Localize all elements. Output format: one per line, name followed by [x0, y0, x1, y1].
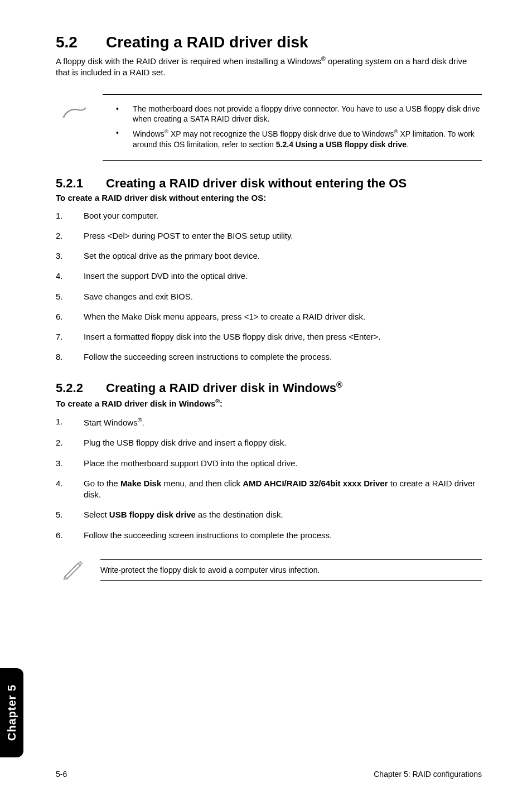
- side-tab: Chapter 5: [0, 668, 23, 757]
- step-item: Press <Del> during POST to enter the BIO…: [56, 230, 482, 241]
- section-heading: 5.2Creating a RAID driver disk: [56, 33, 482, 51]
- side-tab-label: Chapter 5: [6, 684, 18, 741]
- step-item: Follow the succeeding screen instruction…: [56, 351, 482, 363]
- note-text: Write-protect the floppy disk to avoid a…: [100, 559, 482, 581]
- note-item: Windows® XP may not recognize the USB fl…: [116, 128, 482, 149]
- subsection-number: 5.2.1: [56, 176, 106, 191]
- pencil-icon: [61, 104, 88, 123]
- section-number: 5.2: [56, 33, 106, 51]
- step-item: Save changes and exit BIOS.: [56, 291, 482, 302]
- page-number: 5-6: [56, 770, 67, 779]
- step-item: Go to the Make Disk menu, and then click…: [56, 478, 482, 501]
- step-item: Insert the support DVD into the optical …: [56, 270, 482, 282]
- step-item: Boot your computer.: [56, 210, 482, 221]
- step-item: Plug the USB floppy disk drive and inser…: [56, 437, 482, 448]
- step-item: Place the motherboard support DVD into t…: [56, 458, 482, 469]
- subsection-number: 5.2.2: [56, 381, 106, 395]
- steps-list-2: Start Windows®. Plug the USB floppy disk…: [56, 416, 482, 541]
- note-list: The motherboard does not provide a flopp…: [103, 104, 482, 150]
- subsection-heading: 5.2.2Creating a RAID driver disk in Wind…: [56, 380, 482, 395]
- step-item: Follow the succeeding screen instruction…: [56, 530, 482, 541]
- subsection-title: Creating a RAID driver disk without ente…: [106, 176, 407, 190]
- subsection-lead: To create a RAID driver disk in Windows®…: [56, 398, 482, 408]
- note-callout-2: Write-protect the floppy disk to avoid a…: [61, 558, 482, 582]
- section-title: Creating a RAID driver disk: [106, 33, 308, 51]
- section-intro: A floppy disk with the RAID driver is re…: [56, 55, 482, 79]
- subsection-heading: 5.2.1Creating a RAID driver disk without…: [56, 176, 482, 191]
- footer-chapter: Chapter 5: RAID configurations: [374, 770, 482, 779]
- page-footer: 5-6 Chapter 5: RAID configurations: [56, 770, 482, 779]
- step-item: Start Windows®.: [56, 416, 482, 428]
- note-callout-1: The motherboard does not provide a flopp…: [61, 94, 482, 161]
- subsection-lead: To create a RAID driver disk without ent…: [56, 193, 482, 202]
- pen-icon: [61, 558, 86, 582]
- step-item: When the Make Disk menu appears, press <…: [56, 311, 482, 322]
- step-item: Set the optical drive as the primary boo…: [56, 250, 482, 262]
- subsection-title: Creating a RAID driver disk in Windows®: [106, 381, 342, 395]
- step-item: Select USB floppy disk drive as the dest…: [56, 509, 482, 520]
- steps-list-1: Boot your computer. Press <Del> during P…: [56, 210, 482, 363]
- note-item: The motherboard does not provide a flopp…: [116, 104, 482, 125]
- step-item: Insert a formatted floppy disk into the …: [56, 331, 482, 342]
